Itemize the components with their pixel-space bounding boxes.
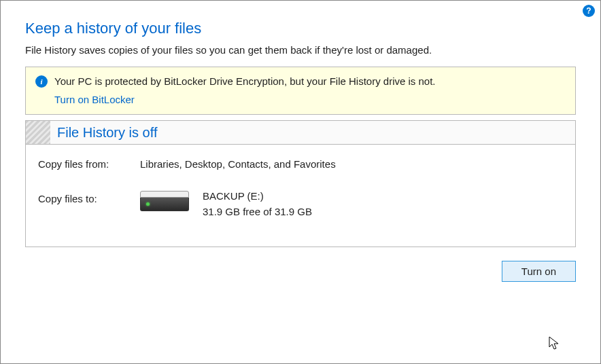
info-banner: i Your PC is protected by BitLocker Driv… (25, 67, 576, 115)
page-subtitle: File History saves copies of your files … (25, 44, 576, 56)
button-row: Turn on (25, 261, 576, 282)
copy-from-row: Copy files from: Libraries, Desktop, Con… (38, 158, 563, 170)
info-text-block: Your PC is protected by BitLocker Drive … (54, 74, 436, 107)
info-message: Your PC is protected by BitLocker Drive … (54, 75, 436, 87)
turn-on-bitlocker-link[interactable]: Turn on BitLocker (54, 92, 135, 108)
drive-name: BACKUP (E:) (203, 189, 312, 204)
copy-to-content: BACKUP (E:) 31.9 GB free of 31.9 GB (140, 189, 312, 219)
copy-from-label: Copy files from: (38, 158, 140, 170)
cursor-icon (549, 336, 560, 351)
turn-on-button[interactable]: Turn on (502, 261, 576, 282)
drive-icon (140, 191, 189, 217)
drive-space: 31.9 GB free of 31.9 GB (203, 204, 312, 220)
status-title: File History is off (50, 125, 157, 141)
help-icon[interactable]: ? (583, 5, 595, 17)
main-content: Keep a history of your files File Histor… (1, 1, 600, 295)
copy-to-label: Copy files to: (38, 189, 140, 204)
status-header: File History is off (26, 121, 575, 145)
info-icon: i (35, 75, 48, 88)
drive-info: BACKUP (E:) 31.9 GB free of 31.9 GB (203, 189, 312, 219)
copy-from-value: Libraries, Desktop, Contacts, and Favori… (140, 158, 336, 170)
status-stripe-icon (26, 121, 50, 144)
status-body: Copy files from: Libraries, Desktop, Con… (26, 145, 575, 247)
status-panel: File History is off Copy files from: Lib… (25, 120, 576, 247)
copy-to-row: Copy files to: BACKUP (E:) 31.9 GB free … (38, 189, 563, 219)
page-title: Keep a history of your files (25, 20, 576, 37)
